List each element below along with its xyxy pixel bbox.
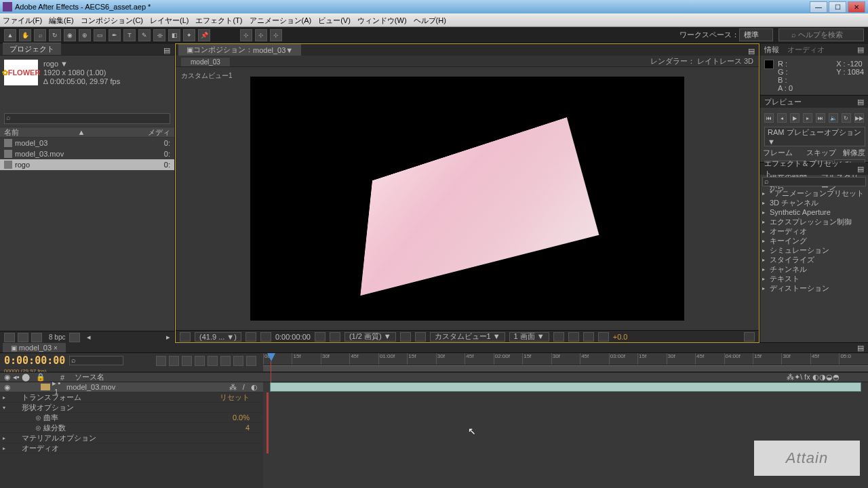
layer-duration-bar[interactable] [270,382,861,392]
menu-window[interactable]: ウィンドウ(W) [357,16,407,26]
viewer-area[interactable]: カスタムビュー1 [176,67,759,330]
effect-category[interactable]: エクスプレッション制御 [760,217,868,226]
audio-tab[interactable]: オーディオ [787,45,825,55]
comp-panel-menu-icon[interactable]: ▤ [744,47,759,56]
info-tab[interactable]: 情報 [764,45,779,55]
current-timecode[interactable]: 0:00:00:00 [4,354,65,367]
motion-blur-icon[interactable] [208,356,218,366]
info-menu-icon[interactable]: ▤ [853,45,868,54]
grid-icon[interactable] [415,332,426,342]
menu-layer[interactable]: レイヤー(L) [150,16,189,26]
workspace-select[interactable]: 標準 [739,28,773,41]
camera-tool-icon[interactable]: ◉ [64,29,76,41]
zoom-select[interactable]: (41.9 ... ▼) [195,332,241,342]
comp-subtab[interactable]: model_03 [181,58,230,66]
effect-category[interactable]: チャンネル [760,264,868,274]
effect-category[interactable]: シミュレーション [760,245,868,255]
effect-category[interactable]: ディストーション [760,283,868,293]
effect-category[interactable]: オーディオ [760,226,868,236]
col-media-header[interactable]: メディ [148,127,170,138]
time-ruler[interactable]: 00f15f30f45f01:00f15f30f45f02:00f15f30f4… [263,353,868,371]
menu-edit[interactable]: 編集(E) [49,16,74,26]
play-icon[interactable]: ▶ [790,113,800,123]
menu-comp[interactable]: コンポジション(C) [81,16,143,26]
flowchart-icon[interactable] [598,332,609,342]
maximize-button[interactable]: ☐ [829,1,846,13]
axis-world-icon[interactable]: ⊹ [255,29,267,41]
exposure-value[interactable]: +0.0 [613,333,628,341]
source-name-header[interactable]: ソース名 [71,372,787,382]
timeline-icon[interactable] [583,332,594,342]
frame-blend-icon[interactable] [195,356,205,366]
new-folder-icon[interactable] [18,333,28,342]
comp-mini-flowchart-icon[interactable] [156,356,166,366]
ram-options-select[interactable]: RAM プレビューオプション ▼ [764,127,865,146]
ram-preview-icon[interactable]: ▶▶ [854,113,864,123]
menu-view[interactable]: ビュー(V) [318,16,351,26]
col-name-header[interactable]: 名前 [4,127,19,138]
menu-effect[interactable]: エフェクト(T) [195,16,242,26]
pan-behind-tool-icon[interactable]: ⊕ [79,29,91,41]
layer-tree[interactable]: ◉ ▸ ▪ 1 model_03.mov ⁂ / ◐ ▸トランスフォームリセット… [0,382,263,488]
minimize-button[interactable]: — [810,1,827,13]
roi-icon[interactable] [400,332,411,342]
selection-tool-icon[interactable]: ▲ [4,29,16,41]
menu-animation[interactable]: アニメーション(A) [250,16,312,26]
comp-tab[interactable]: ▣ コンポジション：model_03 ▼ [178,44,301,56]
eraser-tool-icon[interactable]: ◧ [168,29,180,41]
brush-tool-icon[interactable]: ✎ [138,29,151,41]
timeline-menu-icon[interactable]: ▤ [853,344,868,352]
loop-icon[interactable]: ↻ [842,113,851,123]
roto-tool-icon[interactable]: ✦ [183,29,195,41]
bpc-toggle[interactable]: 8 bpc [49,333,65,341]
project-tab[interactable]: プロジェクト [3,43,61,55]
work-area-bar[interactable] [263,365,868,372]
effects-tab[interactable]: エフェクト＆プリセット [764,159,845,179]
axis-local-icon[interactable]: ⊹ [240,29,252,41]
hand-tool-icon[interactable]: ✋ [19,29,31,41]
effect-category[interactable]: テキスト [760,274,868,283]
new-comp-icon[interactable] [31,333,42,342]
view-select[interactable]: カスタムビュー1 ▼ [430,332,505,342]
graph-editor-icon[interactable] [246,356,256,366]
effect-category[interactable]: * アニメーションプリセット [760,188,868,198]
project-search-input[interactable] [4,113,170,124]
snapshot-icon[interactable] [315,332,326,342]
effect-category[interactable]: スタイライズ [760,255,868,264]
text-tool-icon[interactable]: T [123,29,136,41]
next-frame-icon[interactable]: ▸ [803,113,812,123]
view-count-select[interactable]: 1 画面 ▼ [509,332,549,342]
effect-category[interactable]: Synthetic Aperture [760,207,868,217]
mute-icon[interactable]: 🔈 [829,113,838,123]
menu-file[interactable]: ファイル(F) [3,16,42,26]
puppet-tool-icon[interactable]: 📌 [198,29,210,41]
fast-preview-icon[interactable] [568,332,579,342]
viewer-timecode[interactable]: 0:00:00:00 [275,333,311,341]
axis-view-icon[interactable]: ⊹ [270,29,282,41]
delete-icon[interactable] [69,333,80,342]
effects-search-input[interactable] [762,177,866,186]
preview-tab[interactable]: プレビュー [764,97,802,107]
transparency-icon[interactable] [260,332,271,342]
auto-keyframe-icon[interactable] [233,356,243,366]
clone-tool-icon[interactable]: ⌯ [153,29,165,41]
zoom-tool-icon[interactable]: ⌕ [34,29,46,41]
timeline-search-input[interactable] [69,356,123,365]
help-search-input[interactable]: ⌕ ヘルプを検索 [778,28,864,41]
timeline-tab[interactable]: ▣ model_03 × [3,343,66,352]
close-button[interactable]: ✕ [848,1,865,13]
pixel-aspect-icon[interactable] [553,332,564,342]
effects-menu-icon[interactable]: ▤ [853,165,868,174]
first-frame-icon[interactable]: ⏮ [764,113,774,123]
prev-frame-icon[interactable]: ◂ [777,113,787,123]
maximize-viewer-icon[interactable] [744,332,755,342]
menu-help[interactable]: ヘルプ(H) [414,16,446,26]
interpret-footage-icon[interactable] [4,333,15,342]
draft-3d-icon[interactable] [169,356,179,366]
effect-category[interactable]: 3D チャンネル [760,198,868,207]
resolution-icon[interactable] [245,332,256,342]
project-list[interactable]: model_030: model_03.mov0: rogo0: [0,138,174,331]
channel-icon[interactable] [330,332,340,342]
resolution-select[interactable]: (1/2 画質) ▼ [344,332,396,342]
hide-shy-icon[interactable] [182,356,192,366]
